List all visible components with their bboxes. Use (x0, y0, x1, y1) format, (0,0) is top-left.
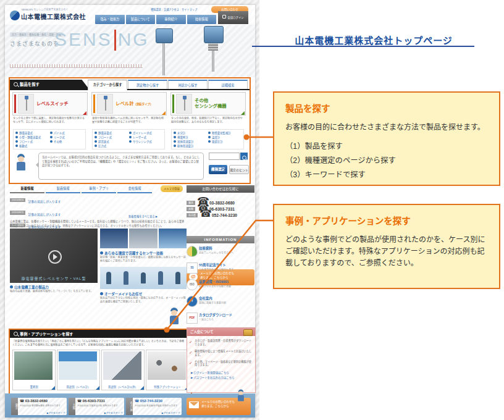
product-search-section: 製品を探す カテゴリーから探す 測定物から探す 用途から探す 詳細検索 レベルス… (9, 77, 251, 184)
case-card-special-app[interactable]: 特殊アプリケーション (146, 350, 189, 390)
feature-link-order-made[interactable]: オーダーメイドもお任せ (100, 292, 142, 296)
membership-benefit: カタログ・取扱説明書・仕様書等がダウンロードできます。 (188, 339, 253, 346)
news-see-all-link[interactable]: 新着情報をすべて見る ▶ (128, 214, 158, 218)
nav-item-products[interactable]: 製品について (126, 15, 156, 24)
category-card-level-meter[interactable]: レベル計（連続タイプ） 液体や粉体等の連続レベル計測に用いるセンサで、測定物の残… (91, 92, 167, 150)
site-header: YAMADEN センシング技術で未来をひらく 山本電機工業株式会社 資料請求｜交… (5, 5, 255, 25)
info-item-company[interactable]: Y 会社案内環境に貢献する事業内容 (187, 296, 254, 311)
information-header: INFORMATION (187, 236, 254, 243)
product-link[interactable]: 圧力式 (94, 144, 128, 148)
membership-benefit: その他、マイページ・価格表など便利な機能が使用できます。 (188, 360, 253, 368)
access-map-link[interactable]: ▶アクセスマップ (162, 411, 180, 414)
product-link[interactable]: その他 (50, 140, 83, 143)
product-link[interactable]: パドル式 (50, 131, 83, 135)
product-link[interactable]: 導電率計 (174, 135, 207, 139)
corner-arrow-icon (51, 386, 55, 390)
case-card-level-meter[interactable]: 用途別（レベル計） (57, 350, 100, 390)
info-item-iso[interactable]: ISO 品質管理・ISO9001品質から生まれる信頼と実績 (187, 279, 254, 294)
utility-link-sitemap[interactable]: サイトマップ (182, 8, 197, 11)
guide-speech-bubble: 当ホームページでは、お客様が目的の製品を見つけられるように、さまざまな検索方法を… (38, 153, 204, 180)
product-link[interactable]: 物質変化監視計 (208, 131, 242, 135)
search-icon (14, 82, 18, 86)
cases-desc: 「同業界の使用製品を知りたい」「用途ごとに事例を見たい」「どんな特殊なアプリケー… (12, 340, 187, 347)
ruler-graphic (10, 64, 143, 68)
nav-item-strengths[interactable]: 強み・技術力 (95, 15, 125, 24)
phone-icon: ☎ (200, 208, 212, 219)
tab-advanced-search[interactable]: 詳細検索 (208, 80, 248, 90)
product-link[interactable]: 超音波式 (94, 140, 128, 143)
product-link[interactable]: 小型・静電容量式 (15, 135, 49, 139)
feature-link-sensor-tech[interactable]: あらゆる環境で活躍するセンサー技術 (100, 251, 163, 256)
sensor-product-image (156, 28, 173, 75)
feature-link-product-power[interactable]: 山本電機工業の製品力 (10, 285, 49, 290)
product-link[interactable]: 振動式 (15, 144, 49, 148)
card-links: 水分計 物質変化監視計 導電率計 温度計 液体用流量計 微差圧計 粉体用流量計 (171, 129, 244, 149)
case-card-non-level[interactable]: 用途別（レベル計以外） (101, 350, 145, 390)
news-tab-products[interactable]: 製品情報 (46, 185, 80, 193)
news-tab-company[interactable]: 会社情報 (117, 185, 152, 193)
utility-link-request[interactable]: 資料請求 (151, 8, 161, 11)
company-logo[interactable] (10, 10, 20, 20)
info-item-anniversary[interactable]: 55 55周年記念サイトこれまでの歩みをご紹介します (187, 262, 254, 277)
news-item[interactable]: 2015/09/15記事の見出しが入ります (10, 207, 184, 218)
access-map-link[interactable]: ▶アクセスマップ (47, 411, 65, 414)
forgot-password-link[interactable]: ▶ パスワードをお忘れの方はこちら (191, 376, 255, 379)
login-register-link[interactable]: ▶ ログイン・新規登録はこちら (191, 371, 255, 374)
product-link[interactable]: 水分計 (174, 131, 207, 135)
product-link[interactable]: ガイドレーダ式 (129, 131, 162, 135)
product-link[interactable]: 温度計 (208, 135, 242, 139)
catalog-icon: PDF (187, 313, 198, 324)
product-link[interactable]: 静電容量式 (94, 131, 128, 135)
card-desc: タンクの上部や下部に設置し、測定物の検出や有無を計測するセンサで、主にポイント検… (13, 117, 86, 124)
tab-measured-object[interactable]: 測定物から探す (128, 80, 167, 90)
nav-item-tech-info[interactable]: 技術情報 (187, 15, 217, 24)
case-card-industry[interactable]: 業界別 (12, 350, 56, 390)
tanks-photo (59, 351, 97, 380)
news-tab-cases[interactable]: 事例・アプリ (82, 185, 116, 193)
news-tab-new[interactable]: 新着情報 (10, 185, 44, 193)
info-item-tech-docs[interactable]: ● 技術資料初めてレベルセンサを学ぶ方へ (187, 246, 254, 261)
callout-heading: 製品を探す (285, 101, 488, 114)
accent-bar (93, 94, 95, 113)
search-submit-button[interactable] (240, 153, 248, 160)
access-map-link[interactable]: ▶アクセスマップ (104, 411, 122, 414)
video-caption: 静電容量式レベルセンサ・VAL型 (10, 275, 98, 281)
product-link[interactable]: フロート式 (94, 135, 128, 139)
product-link[interactable]: レーザー式 (129, 135, 162, 139)
callout-body: お客様の目的に合わせたさまざまな方法で製品を探せます。 (285, 122, 488, 133)
utility-link-access[interactable]: 交通アクセス (164, 8, 179, 11)
lab-photo (103, 351, 141, 380)
office-label: 東京 (11, 398, 18, 415)
company-name[interactable]: 山本電機工業株式会社 (21, 12, 86, 21)
main-nav: 強み・技術力 製品について 事例紹介 技術情報 (95, 15, 216, 24)
category-card-level-switch[interactable]: レベルスイッチ タンクの上部や下部に設置し、測定物の検出や有無を計測するセンサで… (12, 92, 88, 150)
selection-hint-button[interactable]: 選定のヒント (229, 165, 249, 174)
product-video[interactable]: 静電容量式レベルセンサ・VAL型 (10, 229, 98, 283)
news-item[interactable]: 2015/09/15記事の見出しが入ります (10, 194, 184, 205)
member-login-button[interactable]: 会員ログイン (218, 11, 248, 24)
tab-application[interactable]: 用途から探す (168, 80, 208, 90)
tab-category[interactable]: カテゴリーから探す (88, 80, 127, 90)
product-link[interactable]: 粉体用流量計 (174, 144, 207, 148)
accent-bar (14, 94, 16, 113)
intro-paragraph: 山本電機工業は、各種センサー・制御機器を開発しているメーカーです。長年培った経験… (10, 220, 185, 228)
anniversary-55-icon: 55 (187, 262, 198, 274)
feature-image-order-made (100, 267, 187, 289)
cases-header: 事例・アプリケーションを探す (10, 330, 191, 338)
product-search-input[interactable] (209, 153, 240, 160)
search-icon (242, 156, 246, 160)
product-link[interactable]: リーク式 (50, 135, 83, 139)
feature-desc: 既存品で対応できない特殊な用途・環境にも対応できる、オーダーメイド製品を最適な構… (100, 296, 187, 304)
model-select-button[interactable]: 機種選定 (209, 165, 227, 174)
product-link[interactable]: 液体用流量計 (174, 140, 207, 143)
category-card-other-sensing[interactable]: その他センシング機器 タンク内の液体、粉体、粘稠体だけでなく、測定物内の水分や固… (170, 92, 246, 150)
product-link[interactable]: 微差圧計 (208, 140, 242, 143)
product-thumb (176, 94, 192, 114)
nav-item-cases[interactable]: 事例紹介 (156, 15, 186, 24)
product-link[interactable]: フロート式 (15, 140, 49, 143)
newsletter-badge[interactable]: メルマガ登録 (161, 185, 183, 192)
info-item-catalog[interactable]: PDF カタログダウンロード一覧はこちら (187, 313, 254, 327)
product-link[interactable]: 静電容量式 (15, 131, 49, 135)
product-link[interactable]: サウンジング式 (129, 140, 162, 143)
company-logo-icon: Y (187, 296, 198, 307)
